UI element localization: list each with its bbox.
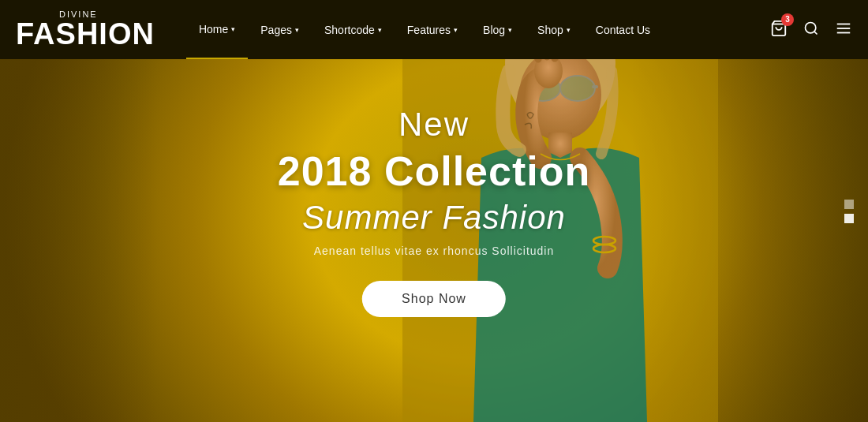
nav-link-shop[interactable]: Shop ▾ xyxy=(525,0,583,59)
slide-indicator-2[interactable] xyxy=(844,214,854,223)
search-icon xyxy=(803,21,819,36)
nav-item-blog[interactable]: Blog ▾ xyxy=(470,0,525,59)
nav-item-shop[interactable]: Shop ▾ xyxy=(525,0,583,59)
hero-subtitle: New xyxy=(278,106,590,144)
nav-right-icons: 3 xyxy=(770,20,852,40)
nav-link-shortcode[interactable]: Shortcode ▾ xyxy=(312,0,395,59)
nav-item-features[interactable]: Features ▾ xyxy=(395,0,470,59)
search-button[interactable] xyxy=(803,21,819,39)
chevron-down-icon: ▾ xyxy=(508,26,512,34)
nav-link-features[interactable]: Features ▾ xyxy=(395,0,470,59)
hero-content: New 2018 Collection Summer Fashion Aenea… xyxy=(278,106,590,317)
hero-tagline: Summer Fashion xyxy=(278,199,590,237)
nav-item-contact[interactable]: Contact Us xyxy=(583,0,663,59)
hero-section: DIVINE FASHION Home ▾ Pages ▾ Shortcode … xyxy=(0,0,868,422)
svg-rect-8 xyxy=(592,85,598,88)
hero-title: 2018 Collection xyxy=(278,148,590,195)
nav-item-pages[interactable]: Pages ▾ xyxy=(248,0,312,59)
nav-link-blog[interactable]: Blog ▾ xyxy=(470,0,525,59)
logo[interactable]: DIVINE FASHION xyxy=(16,10,155,49)
main-navigation: DIVINE FASHION Home ▾ Pages ▾ Shortcode … xyxy=(0,0,868,59)
nav-link-pages[interactable]: Pages ▾ xyxy=(248,0,312,59)
chevron-down-icon: ▾ xyxy=(454,26,458,34)
svg-point-15 xyxy=(806,23,816,33)
chevron-down-icon: ▾ xyxy=(295,26,299,34)
nav-link-contact[interactable]: Contact Us xyxy=(583,0,663,59)
nav-link-home[interactable]: Home ▾ xyxy=(186,0,248,59)
menu-button[interactable] xyxy=(835,20,852,39)
svg-line-16 xyxy=(814,32,817,35)
chevron-down-icon: ▾ xyxy=(378,26,382,34)
chevron-down-icon: ▾ xyxy=(231,25,235,33)
hamburger-icon xyxy=(835,20,852,37)
slide-indicators xyxy=(844,200,854,223)
hero-description: Aenean tellus vitae ex rhoncus Sollicitu… xyxy=(278,245,590,257)
nav-menu: Home ▾ Pages ▾ Shortcode ▾ Features xyxy=(186,0,770,59)
chevron-down-icon: ▾ xyxy=(567,26,571,34)
cart-badge-count: 3 xyxy=(781,13,794,26)
logo-fashion-text: FASHION xyxy=(16,19,155,49)
shop-now-button[interactable]: Shop Now xyxy=(362,281,506,317)
nav-item-home[interactable]: Home ▾ xyxy=(186,0,248,59)
svg-point-5 xyxy=(560,76,595,101)
slide-indicator-1[interactable] xyxy=(844,200,854,209)
nav-item-shortcode[interactable]: Shortcode ▾ xyxy=(312,0,395,59)
cart-button[interactable]: 3 xyxy=(770,20,788,40)
hero-left-overlay xyxy=(0,0,158,422)
